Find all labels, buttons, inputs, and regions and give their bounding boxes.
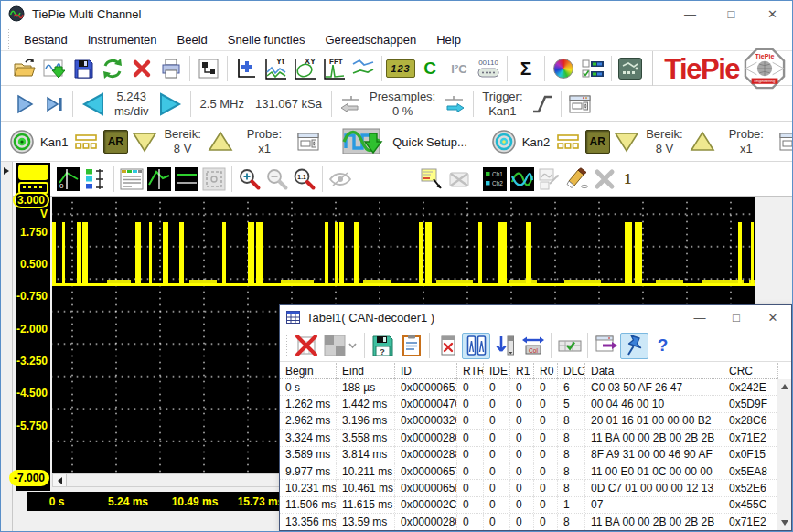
column-header-r0[interactable]: R0 xyxy=(534,363,558,379)
quick-setup-button[interactable] xyxy=(339,128,387,155)
table-row[interactable]: 3.589 ms3.814 ms0x00000288000088F A9 31 … xyxy=(280,447,777,463)
combined-graph-button[interactable] xyxy=(348,55,378,82)
channel1-range-down-button[interactable] xyxy=(130,128,159,155)
table-row[interactable]: 13.356 ms13.59 ms0x000002800000811 BA 00… xyxy=(280,514,777,530)
sort-button[interactable] xyxy=(490,333,519,359)
channel1-autorange-button[interactable]: AR xyxy=(101,128,130,155)
graph-colors-button[interactable] xyxy=(509,165,536,193)
presamples-increase-button[interactable] xyxy=(440,90,469,118)
graph-stream-button[interactable] xyxy=(173,165,200,193)
graph-export-button-disabled[interactable] xyxy=(536,165,563,193)
table-window-titlebar[interactable]: Tabel1( CAN-decoder1 ) — □ ✕ xyxy=(280,305,791,329)
remove-column-button[interactable] xyxy=(434,333,462,359)
menu-help[interactable]: Help xyxy=(426,29,471,50)
channel1-enable-button[interactable] xyxy=(7,128,37,155)
timebase-faster-button[interactable] xyxy=(154,90,187,118)
channel1-range-up-button[interactable] xyxy=(206,128,235,155)
help-button[interactable]: ? xyxy=(648,333,677,359)
toolbar-grip[interactable] xyxy=(7,28,10,50)
channel2-range-up-button[interactable] xyxy=(688,128,717,155)
presamples-decrease-button[interactable] xyxy=(336,90,365,118)
table-minimize-button[interactable]: — xyxy=(681,305,718,329)
import-button[interactable] xyxy=(39,55,69,82)
column-mode-button[interactable] xyxy=(462,333,490,359)
meter-button[interactable]: 123 xyxy=(386,55,415,82)
column-header-r1[interactable]: R1 xyxy=(510,363,534,379)
toolbar-grip[interactable] xyxy=(285,335,288,356)
column-header-ide[interactable]: IDE xyxy=(484,363,510,379)
column-header-id[interactable]: ID xyxy=(395,363,457,379)
vertical-axis[interactable]: 3.000V1.7500.500-0.750-2.000-3.250-4.500… xyxy=(16,163,50,491)
column-header-crc[interactable]: CRC xyxy=(723,363,778,379)
legend-button[interactable]: Ch1 Ch2 xyxy=(481,165,509,193)
axis-channel-handle[interactable] xyxy=(18,165,48,180)
table-close-button[interactable]: ✕ xyxy=(755,305,791,329)
zoom-out-button-disabled[interactable] xyxy=(263,165,291,193)
zoom-reset-button[interactable]: 1:1 xyxy=(291,165,318,193)
channel1-coupling-button[interactable] xyxy=(71,128,101,155)
column-header-eind[interactable]: Eind xyxy=(337,363,395,379)
menu-bestand[interactable]: Bestand xyxy=(14,29,78,50)
table-row[interactable]: 10.231 ms10.461 ms0x0000065D000080D C7 0… xyxy=(280,480,777,496)
object-tree-button[interactable] xyxy=(194,55,223,82)
table-row[interactable]: 0 s188 µs0x0000065100006C0 03 50 AF 26 4… xyxy=(280,379,777,396)
save-table-button[interactable]: ? xyxy=(369,333,397,359)
channel1-settings-button[interactable] xyxy=(294,128,323,155)
xy-graph-button[interactable]: XY xyxy=(290,55,319,82)
table-row[interactable]: 9.977 ms10.211 ms0x000006570000811 00 E0… xyxy=(280,463,777,480)
math-button[interactable]: Σ xyxy=(511,55,541,82)
axis-range-handle[interactable]: -7.000 xyxy=(9,470,49,486)
table-row[interactable]: 11.506 ms11.615 ms0x000002C300001070x455… xyxy=(280,497,777,514)
table-maximize-button[interactable]: □ xyxy=(718,305,755,329)
menu-beeld[interactable]: Beeld xyxy=(167,29,218,50)
delete-table-button[interactable] xyxy=(292,333,320,359)
channel2-enable-button[interactable] xyxy=(489,128,519,155)
save-button[interactable] xyxy=(69,55,98,82)
copy-table-button[interactable] xyxy=(397,333,425,359)
export-window-button[interactable] xyxy=(592,333,620,359)
fft-graph-button[interactable]: FFT xyxy=(319,55,348,82)
table-header-row[interactable]: BeginEindIDRTRIDER1R0DLCDataCRC xyxy=(280,362,777,379)
toolbar-grip[interactable] xyxy=(4,93,6,115)
table-row[interactable]: 2.962 ms3.196 ms0x000003200000820 01 16 … xyxy=(280,413,777,430)
options-button[interactable] xyxy=(578,55,607,82)
delete-button[interactable] xyxy=(127,55,156,82)
close-button[interactable]: ✕ xyxy=(752,0,793,27)
toolbar-grip[interactable] xyxy=(4,58,6,80)
i2c-decoder-button[interactable]: I²C xyxy=(445,55,474,82)
start-button[interactable] xyxy=(10,90,39,118)
show-valid-data-button[interactable] xyxy=(555,333,584,359)
oneshot-button[interactable] xyxy=(39,90,69,118)
column-header-dlc[interactable]: DLC xyxy=(558,363,585,379)
scroll-left-button[interactable] xyxy=(53,474,67,486)
refresh-button[interactable] xyxy=(98,55,127,82)
erase-button[interactable] xyxy=(563,165,591,193)
graph-levels-button[interactable] xyxy=(82,165,110,193)
column-header-data[interactable]: Data xyxy=(585,363,723,379)
datalogger-button[interactable] xyxy=(616,55,645,82)
table-row[interactable]: 3.324 ms3.558 ms0x000002800000811 BA 00 … xyxy=(280,430,777,446)
graph-yt-button[interactable] xyxy=(145,165,173,193)
serial-decoder-button[interactable]: 00110 xyxy=(474,55,503,82)
channel2-settings-button[interactable] xyxy=(776,128,793,155)
channel2-range-down-button[interactable] xyxy=(612,128,641,155)
trigger-settings-button[interactable] xyxy=(565,90,595,118)
open-button[interactable] xyxy=(10,55,39,82)
yt-graph-button[interactable]: Yt xyxy=(261,55,290,82)
can-decoder-button[interactable]: C xyxy=(415,55,445,82)
graph-table-button[interactable] xyxy=(118,165,145,193)
axis-range-handle[interactable]: 3.000 xyxy=(13,192,49,208)
channel2-coupling-button[interactable] xyxy=(553,128,583,155)
table-vertical-scrollbar[interactable] xyxy=(777,379,791,530)
column-width-button[interactable]: Col xyxy=(519,333,547,359)
minimize-button[interactable]: — xyxy=(670,0,711,27)
layout-button-disabled[interactable] xyxy=(320,333,360,359)
table-row[interactable]: 1.262 ms1.442 ms0x000004700000500 04 46 … xyxy=(280,396,777,412)
print-button[interactable] xyxy=(156,55,186,82)
maximize-button[interactable]: □ xyxy=(711,0,752,27)
remove-graph-button-disabled[interactable] xyxy=(591,165,618,193)
add-comment-button[interactable] xyxy=(418,165,445,193)
visibility-button-disabled[interactable] xyxy=(327,165,354,193)
appearance-button[interactable] xyxy=(549,55,578,82)
remove-comment-button-disabled[interactable] xyxy=(445,165,473,193)
